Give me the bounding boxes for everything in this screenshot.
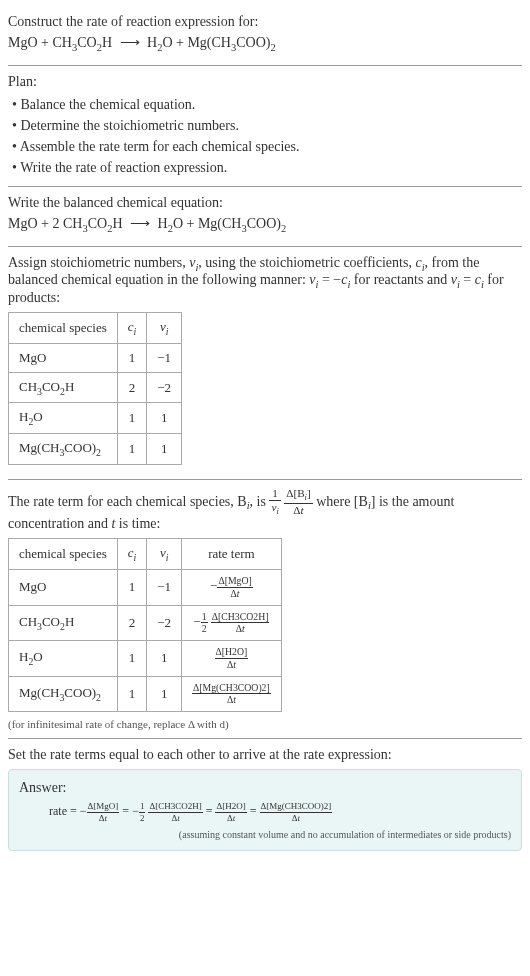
plan-item-4: • Write the rate of reaction expression. [12,157,522,178]
prompt-text: Construct the rate of reaction expressio… [8,14,522,30]
rt-text-3: where [B [316,493,368,508]
frac-num: 1 [269,488,280,501]
rate-frac: Δ[H2O]Δt [215,647,249,670]
sp-b: O [33,649,42,664]
sp-b: COO) [64,685,96,700]
num: Δ[Mg(CH3COO)2] [192,683,271,695]
sp-c: H [65,614,74,629]
setterms-section: Set the rate terms equal to each other t… [8,741,522,857]
sp-s2: 2 [96,692,101,703]
plus-sign-2: + [173,35,188,50]
balanced-title: Write the balanced chemical equation: [8,195,522,211]
table-row: Mg(CH3COO)2 1 1 [9,433,182,464]
f2: Δ[CH3CO2H]Δt [148,802,202,823]
num: Δ[MgO] [87,802,120,813]
v-sub: i [166,552,169,563]
eq-2: = [119,804,132,818]
cell-rate: −12 Δ[CH3CO2H]Δt [182,605,282,641]
sp-b: CO [42,614,60,629]
reaction-arrow-b: ⟶ [130,216,150,231]
answer-box: Answer: rate = −Δ[MgO]Δt = −12 Δ[CH3CO2H… [8,769,522,851]
cell-ci: 2 [117,372,147,403]
cell-vi: −2 [147,372,182,403]
cell-vi: 1 [147,433,182,464]
half-frac: 12 [201,612,208,635]
table-row: Mg(CH3COO)2 1 1 Δ[Mg(CH3COO)2]Δt [9,676,282,712]
den: Δt [192,694,271,705]
species-mgacetate-part2: COO) [236,35,270,50]
sp-b: O [33,409,42,424]
species-ch3co2h-b3: H [112,216,122,231]
sp-a: CH [19,379,37,394]
plus-b2: + [183,216,198,231]
rate-table: chemical species ci νi rate term MgO 1 −… [8,538,282,712]
plan-item-3: • Assemble the rate term for each chemic… [12,136,522,157]
frac-1-over-nu: 1 νi [269,488,280,517]
nu-sub: i [276,507,278,516]
cell-vi: 1 [147,403,182,434]
table-row: MgO 1 −1 −Δ[MgO]Δt [9,570,282,606]
sp-a: H [19,649,28,664]
answer-note: (assuming constant volume and no accumul… [19,829,511,840]
sp-s2: 2 [96,447,101,458]
th-ci: ci [117,539,147,570]
table-row: CH3CO2H 2 −2 [9,372,182,403]
infinitesimal-note: (for infinitesimal rate of change, repla… [8,718,522,730]
table-row: MgO 1 −1 [9,343,182,372]
cell-ci: 1 [117,403,147,434]
plan-item-1: • Balance the chemical equation. [12,94,522,115]
neg: − [193,614,200,629]
cell-ci: 1 [117,676,147,712]
sp-a: CH [19,614,37,629]
half: 12 [139,802,146,823]
dt-t: t [300,504,303,516]
rate-frac: Δ[MgO]Δt [217,576,252,599]
cell-vi: −1 [147,570,182,606]
species-ch3co2h-part2: CO [77,35,96,50]
frac-delta-b: Δ[Bi] Δt [284,488,312,517]
th-ci: ci [117,313,147,344]
divider [8,186,522,187]
f4: Δ[Mg(CH3COO)2]Δt [260,802,333,823]
plus-b1: + [38,216,53,231]
eq1-eq: = − [318,272,341,287]
eq-4: = [247,804,260,818]
setterms-text: Set the rate terms equal to each other t… [8,747,522,763]
assign-text-1: Assign stoichiometric numbers, [8,255,189,270]
rt-text-2: , is [250,493,270,508]
den: Δt [211,623,270,634]
divider [8,479,522,480]
stoich-table: chemical species ci νi MgO 1 −1 CH3CO2H … [8,312,182,464]
species-ch3co2h-b2: CO [88,216,107,231]
neg: − [210,578,217,593]
cell-species: MgO [9,343,118,372]
neg-1: − [80,804,87,818]
species-mgac-b2: COO) [247,216,281,231]
species-h2o-part1: H [147,35,157,50]
intro-section: Construct the rate of reaction expressio… [8,8,522,63]
sp-c: H [65,379,74,394]
sp-b: COO) [64,440,96,455]
plan-item-2: • Determine the stoichiometric numbers. [12,115,522,136]
unbalanced-equation: MgO + CH3CO2H ⟶ H2O + Mg(CH3COO)2 [8,34,522,53]
cell-species: Mg(CH3COO)2 [9,676,118,712]
species-h2o-part2: O [162,35,172,50]
sp-a: H [19,409,28,424]
rt-text-1: The rate term for each chemical species,… [8,493,247,508]
cell-rate: Δ[H2O]Δt [182,641,282,677]
th-vi: νi [147,313,182,344]
species-ch3co2h-b1: CH [63,216,82,231]
sub-2c: 2 [270,42,275,53]
cell-ci: 2 [117,605,147,641]
plan-list: • Balance the chemical equation. • Deter… [8,94,522,178]
rate-frac: Δ[CH3CO2H]Δt [211,612,270,635]
divider [8,246,522,247]
cell-vi: −2 [147,605,182,641]
species-mgac-b1: Mg(CH [198,216,242,231]
eq-1: = [67,804,80,818]
cell-vi: −1 [147,343,182,372]
cell-rate: −Δ[MgO]Δt [182,570,282,606]
cell-rate: Δ[Mg(CH3COO)2]Δt [182,676,282,712]
cell-species: CH3CO2H [9,372,118,403]
cell-vi: 1 [147,676,182,712]
